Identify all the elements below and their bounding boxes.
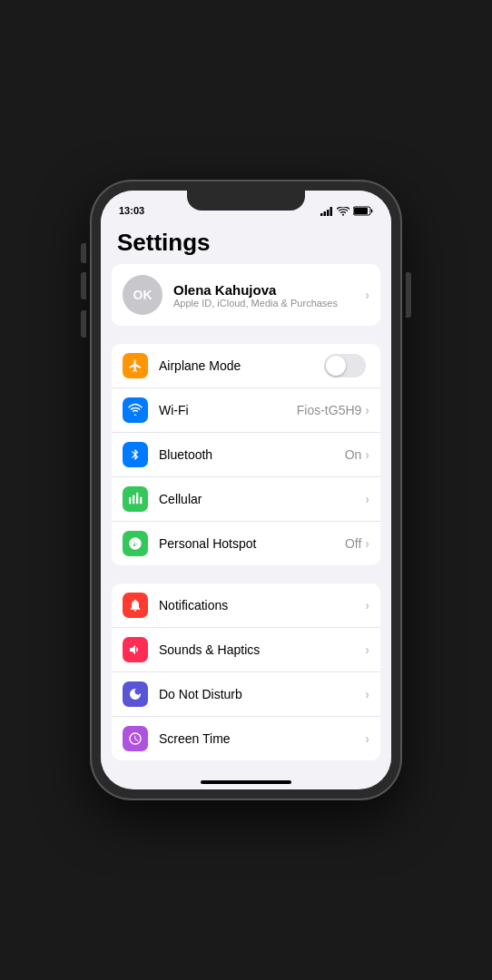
wifi-row[interactable]: Wi-Fi Fios-tG5H9 ›: [112, 388, 380, 433]
sounds-row[interactable]: Sounds & Haptics ›: [112, 628, 380, 672]
svg-rect-3: [330, 207, 333, 216]
profile-row[interactable]: OK Olena Kahujova Apple ID, iCloud, Medi…: [112, 264, 380, 326]
dnd-icon: [128, 687, 143, 701]
cellular-icon-wrap: [123, 486, 148, 512]
toggle-knob: [326, 356, 346, 376]
bluetooth-row[interactable]: Bluetooth On ›: [112, 433, 380, 477]
screentime-icon-wrap: [123, 726, 148, 751]
notch: [187, 191, 305, 211]
signal-icon: [320, 207, 333, 216]
settings-group-connectivity: Airplane Mode Wi-Fi Fios-tG5H9 ›: [112, 344, 380, 565]
dnd-icon-wrap: [123, 681, 148, 707]
hotspot-chevron: ›: [365, 536, 369, 551]
bluetooth-chevron: ›: [365, 447, 369, 462]
wifi-status-icon: [337, 207, 349, 216]
wifi-chevron: ›: [365, 403, 369, 417]
svg-rect-1: [324, 211, 327, 216]
volume-up-button[interactable]: [81, 272, 86, 299]
hotspot-row[interactable]: Personal Hotspot Off ›: [112, 522, 380, 565]
phone-frame: 13:03: [92, 181, 400, 799]
wifi-icon-wrap: [123, 397, 148, 423]
phone-screen: 13:03: [101, 191, 391, 789]
cellular-label: Cellular: [159, 492, 365, 506]
svg-rect-2: [327, 210, 330, 216]
airplane-mode-label: Airplane Mode: [159, 358, 324, 373]
airplane-mode-row[interactable]: Airplane Mode: [112, 344, 380, 388]
notifications-chevron: ›: [365, 598, 369, 612]
avatar: OK: [123, 275, 162, 315]
dnd-label: Do Not Disturb: [159, 687, 365, 701]
profile-name: Olena Kahujova: [173, 282, 365, 298]
settings-scroll[interactable]: Settings OK Olena Kahujova Apple ID, iCl…: [101, 220, 391, 777]
page-title: Settings: [101, 220, 391, 264]
airplane-icon: [128, 358, 143, 373]
sounds-chevron: ›: [365, 642, 369, 657]
bluetooth-icon-wrap: [123, 442, 148, 467]
mute-button[interactable]: [81, 243, 86, 263]
notifications-icon: [128, 598, 143, 612]
cellular-row[interactable]: Cellular ›: [112, 477, 380, 522]
notifications-row[interactable]: Notifications ›: [112, 583, 380, 628]
cellular-chevron: ›: [365, 492, 369, 506]
notifications-icon-wrap: [123, 593, 148, 618]
hotspot-label: Personal Hotspot: [159, 536, 345, 551]
dnd-row[interactable]: Do Not Disturb ›: [112, 672, 380, 717]
status-time: 13:03: [119, 205, 144, 216]
settings-group-notifications: Notifications › Sounds & Haptics ›: [112, 583, 380, 760]
screentime-icon: [128, 731, 143, 746]
sounds-icon: [128, 642, 143, 657]
airplane-toggle[interactable]: [324, 354, 366, 377]
svg-rect-6: [354, 208, 368, 214]
dnd-chevron: ›: [365, 687, 369, 701]
bluetooth-icon: [129, 447, 142, 462]
hotspot-icon: [128, 536, 143, 551]
sounds-icon-wrap: [123, 637, 148, 662]
volume-down-button[interactable]: [81, 310, 86, 338]
svg-point-4: [342, 213, 344, 215]
profile-info: Olena Kahujova Apple ID, iCloud, Media &…: [173, 282, 365, 309]
cellular-icon: [128, 492, 143, 506]
notifications-label: Notifications: [159, 598, 365, 612]
screentime-chevron: ›: [365, 731, 369, 746]
screentime-row[interactable]: Screen Time ›: [112, 717, 380, 760]
status-icons: [320, 206, 373, 216]
bluetooth-value: On: [345, 447, 362, 462]
wifi-value: Fios-tG5H9: [297, 403, 362, 417]
power-button[interactable]: [406, 272, 411, 318]
sounds-label: Sounds & Haptics: [159, 642, 365, 657]
wifi-icon: [128, 403, 143, 417]
hotspot-icon-wrap: [123, 531, 148, 556]
airplane-mode-icon-wrap: [123, 353, 148, 378]
profile-chevron: ›: [365, 288, 369, 302]
home-indicator[interactable]: [201, 780, 291, 784]
wifi-label: Wi-Fi: [159, 403, 297, 417]
svg-rect-0: [320, 213, 323, 216]
battery-icon: [353, 206, 373, 216]
hotspot-value: Off: [345, 536, 361, 551]
screentime-label: Screen Time: [159, 731, 365, 746]
bluetooth-label: Bluetooth: [159, 447, 345, 462]
profile-subtitle: Apple ID, iCloud, Media & Purchases: [173, 298, 365, 309]
